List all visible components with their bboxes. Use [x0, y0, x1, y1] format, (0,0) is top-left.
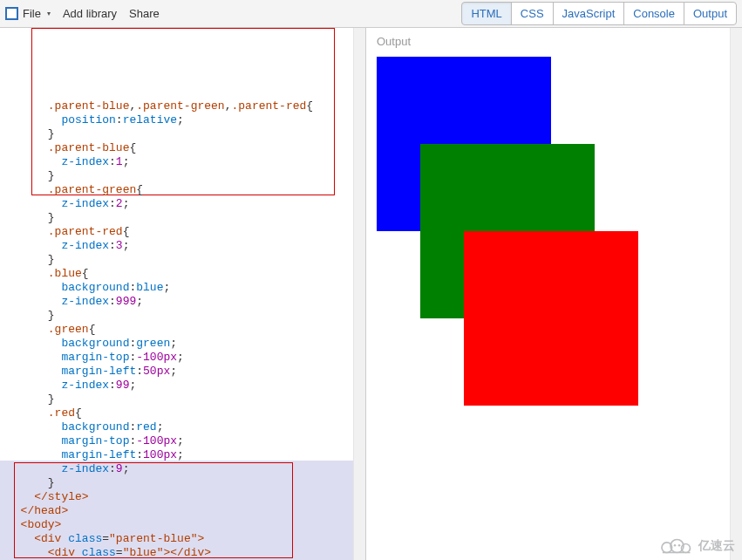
file-menu[interactable]: File ▾: [5, 7, 51, 20]
jsbin-logo-icon: [5, 7, 18, 20]
code-line[interactable]: background:green;: [0, 337, 365, 351]
tab-html[interactable]: HTML: [461, 2, 511, 25]
code-line[interactable]: <div class="parent-blue">: [0, 532, 365, 546]
code-line[interactable]: z-index:3;: [0, 239, 365, 253]
code-line[interactable]: <body>: [0, 518, 365, 532]
red-square: [464, 231, 638, 406]
code-line[interactable]: .green{: [0, 323, 365, 337]
code-line[interactable]: z-index:999;: [0, 295, 365, 309]
code-line[interactable]: }: [0, 169, 365, 183]
tab-javascript[interactable]: JavaScript: [553, 2, 625, 25]
code-line[interactable]: z-index:1;: [0, 155, 365, 169]
top-toolbar: File ▾ Add library Share HTMLCSSJavaScri…: [0, 0, 742, 28]
code-line[interactable]: </style>: [0, 490, 365, 504]
tab-output[interactable]: Output: [684, 2, 737, 25]
code-line[interactable]: }: [0, 393, 365, 406]
code-line[interactable]: <div class="blue"></div>: [0, 546, 365, 560]
add-library-button[interactable]: Add library: [63, 7, 117, 20]
chevron-down-icon: ▾: [47, 10, 51, 17]
code-line[interactable]: }: [0, 309, 365, 323]
output-title: Output: [366, 28, 742, 53]
output-scrollbar[interactable]: [730, 28, 742, 560]
code-line[interactable]: }: [0, 211, 365, 225]
code-scrollbar[interactable]: [353, 28, 365, 560]
code-line[interactable]: margin-left:50px;: [0, 365, 365, 379]
code-line[interactable]: .parent-blue,.parent-green,.parent-red{: [0, 99, 365, 113]
code-line[interactable]: z-index:9;: [0, 462, 365, 476]
code-line[interactable]: .parent-blue{: [0, 141, 365, 155]
code-line[interactable]: .parent-green{: [0, 183, 365, 197]
code-line[interactable]: position:relative;: [0, 113, 365, 127]
watermark-text: 亿速云: [698, 538, 735, 554]
code-pane[interactable]: .parent-blue,.parent-green,.parent-red{ …: [0, 28, 366, 560]
code-line[interactable]: .parent-red{: [0, 225, 365, 239]
code-line[interactable]: .red{: [0, 406, 365, 420]
app-root: File ▾ Add library Share HTMLCSSJavaScri…: [0, 0, 742, 560]
toolbar-left: File ▾ Add library Share: [5, 7, 160, 20]
code-editor[interactable]: .parent-blue,.parent-green,.parent-red{ …: [0, 28, 365, 560]
watermark: 亿速云: [657, 537, 735, 555]
output-stage: [377, 57, 708, 493]
tab-console[interactable]: Console: [623, 2, 684, 25]
main-split: .parent-blue,.parent-green,.parent-red{ …: [0, 28, 742, 560]
code-line[interactable]: }: [0, 476, 365, 490]
code-line[interactable]: margin-left:100px;: [0, 448, 365, 462]
svg-point-4: [674, 544, 677, 547]
code-line[interactable]: z-index:99;: [0, 379, 365, 393]
code-line[interactable]: background:blue;: [0, 281, 365, 295]
share-button[interactable]: Share: [129, 7, 160, 20]
panel-tabs: HTMLCSSJavaScriptConsoleOutput: [461, 2, 737, 25]
code-line[interactable]: }: [0, 253, 365, 267]
code-line[interactable]: }: [0, 127, 365, 141]
share-label: Share: [129, 7, 160, 20]
code-line[interactable]: </head>: [0, 504, 365, 518]
tab-css[interactable]: CSS: [511, 2, 554, 25]
add-library-label: Add library: [63, 7, 117, 20]
code-line[interactable]: margin-top:-100px;: [0, 351, 365, 365]
code-line[interactable]: background:red;: [0, 420, 365, 434]
svg-point-5: [678, 544, 681, 547]
file-menu-label: File: [23, 7, 41, 20]
code-line[interactable]: .blue{: [0, 267, 365, 281]
cloud-icon: [657, 537, 693, 555]
code-line[interactable]: margin-top:-100px;: [0, 434, 365, 448]
output-pane: Output: [366, 28, 742, 560]
code-line[interactable]: z-index:2;: [0, 197, 365, 211]
